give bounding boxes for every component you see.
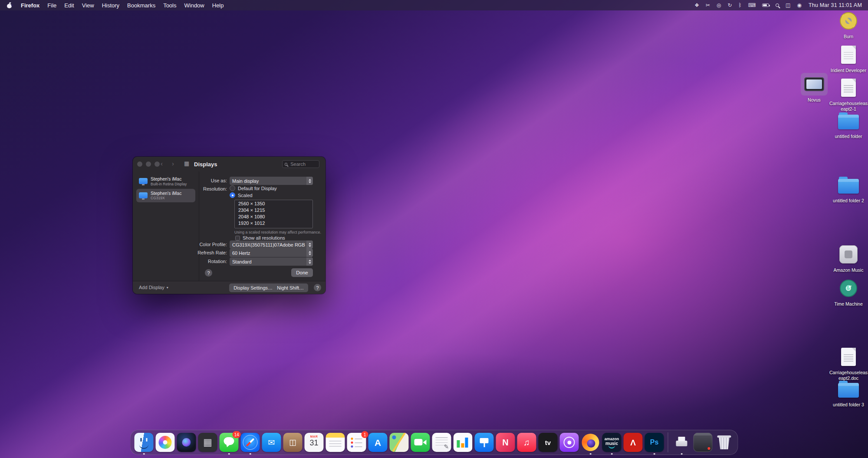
dock-keynote[interactable]	[475, 433, 494, 452]
help-button[interactable]: ?	[205, 269, 212, 277]
dock-textedit[interactable]	[432, 433, 451, 452]
scissors-icon[interactable]: ✂	[706, 3, 710, 8]
zoom-button[interactable]	[155, 161, 160, 167]
menubar-clock[interactable]: Thu Mar 31 11:01 AM	[809, 2, 862, 8]
desktop-icon-untitled-folder-3[interactable]: untitled folder 3	[829, 378, 868, 408]
search-icon	[285, 163, 287, 166]
dock-messages[interactable]: 14	[220, 433, 239, 452]
dock-finder[interactable]	[135, 433, 154, 452]
menu-history[interactable]: History	[98, 2, 123, 9]
desktop-icon-untitled-folder[interactable]: untitled folder	[829, 109, 868, 139]
resolution-option[interactable]: 2304 × 1215	[235, 207, 312, 213]
notes-icon	[326, 433, 345, 452]
control-center-icon[interactable]: ◫	[786, 3, 790, 8]
resolution-option[interactable]: 2048 × 1080	[235, 213, 312, 220]
menu-bookmarks[interactable]: Bookmarks	[123, 2, 159, 9]
resolution-list[interactable]: 2560 × 13502304 × 12152048 × 10801920 × …	[234, 200, 313, 228]
use-as-popup[interactable]: Main display	[230, 177, 313, 185]
dock-facetime[interactable]	[411, 433, 430, 452]
show-all-grid-icon[interactable]: ▦	[184, 161, 189, 166]
running-indicator	[228, 453, 230, 455]
battery-icon[interactable]	[762, 3, 769, 7]
desktop-icon-iridient-developer[interactable]: Iridient Developer	[829, 43, 868, 73]
bluetooth-icon[interactable]: ᛒ	[739, 3, 742, 8]
close-button[interactable]	[137, 161, 142, 167]
dock-apple-tv[interactable]: tv	[539, 433, 558, 452]
dock-firefox[interactable]	[581, 433, 600, 452]
dock-maps[interactable]	[390, 433, 409, 452]
dock-reminders[interactable]: 1	[347, 433, 366, 452]
radio-default-for-display[interactable]: Default for Display	[230, 185, 277, 191]
amazon-music-label: music	[605, 441, 618, 446]
add-display-popup[interactable]: Add Display ▾	[139, 285, 168, 290]
photos-icon	[156, 433, 175, 452]
done-button[interactable]: Done	[291, 268, 313, 277]
desktop-icon-carriagehouseleaseapt2-doc[interactable]: Carriagehouseleaseapt2.doc	[829, 346, 868, 381]
resolution-option[interactable]: 1920 × 1012	[235, 220, 312, 226]
night-shift-button[interactable]: Night Shift…	[273, 283, 308, 292]
dock-minimized-window[interactable]	[694, 433, 713, 452]
menu-bar: Firefox FileEditViewHistoryBookmarksTool…	[0, 0, 868, 10]
dock-launchpad[interactable]: ▦	[198, 433, 217, 452]
display-settings-button[interactable]: Display Settings…	[229, 283, 277, 292]
dock-numbers[interactable]	[454, 433, 473, 452]
dock-photos[interactable]	[156, 433, 175, 452]
active-app-menu[interactable]: Firefox	[17, 2, 43, 9]
dropbox-icon[interactable]: ❖	[694, 3, 699, 8]
desktop-icon-burn[interactable]: Burn	[829, 10, 868, 40]
dock-acrobat[interactable]: Λ	[624, 433, 643, 452]
desktop-icon-label: untitled folder	[835, 134, 862, 139]
music-icon: ♫	[517, 433, 536, 452]
minimize-button[interactable]	[146, 161, 151, 167]
podcasts-icon	[560, 433, 579, 452]
siri-icon[interactable]: ◉	[797, 3, 801, 8]
dock-podcasts[interactable]	[560, 433, 579, 452]
dock-notes[interactable]	[326, 433, 345, 452]
dock-siri[interactable]	[177, 433, 196, 452]
dock-music[interactable]: ♫	[517, 433, 536, 452]
creative-cloud-icon[interactable]: ◎	[717, 3, 721, 8]
menu-help[interactable]: Help	[208, 2, 228, 9]
desktop-icon-carriagehouseleaseapt2-1[interactable]: Carriagehouseleaseapt2-1	[829, 76, 868, 112]
forward-button[interactable]: ›	[172, 160, 174, 167]
rotation-popup[interactable]: Standard	[230, 257, 313, 266]
calendar-month-label: MAR	[305, 435, 324, 438]
menu-window[interactable]: Window	[181, 2, 208, 9]
dock-news[interactable]: N	[496, 433, 515, 452]
window-help-button[interactable]: ?	[314, 284, 321, 291]
search-field[interactable]	[282, 160, 319, 168]
dock-photoshop[interactable]: Ps	[645, 433, 664, 452]
refresh-rate-popup[interactable]: 60 Hertz	[230, 249, 313, 257]
checkbox-icon	[235, 236, 240, 241]
dock-printer[interactable]	[672, 433, 691, 452]
dock-calendar[interactable]: MAR31	[305, 433, 324, 452]
dock-safari[interactable]	[241, 433, 260, 452]
menu-tools[interactable]: Tools	[159, 2, 180, 9]
apple-menu-icon[interactable]	[7, 2, 13, 9]
sync-icon[interactable]: ↻	[728, 3, 732, 8]
dock-trash[interactable]	[715, 433, 734, 452]
color-profile-popup[interactable]: CG319X(35075111)07Adobe RGB	[230, 241, 313, 249]
titlebar[interactable]: ‹ › ▦ Displays	[133, 157, 326, 171]
dock-amazon-music[interactable]: amazonmusic	[602, 433, 621, 452]
novus-icon	[804, 77, 824, 91]
search-input[interactable]	[289, 161, 317, 167]
menu-edit[interactable]: Edit	[60, 2, 78, 9]
desktop-icon-time-machine[interactable]: Time Machine	[829, 277, 868, 307]
desktop-icon-novus[interactable]: Novus	[795, 73, 834, 103]
app-store-icon: A	[368, 433, 388, 452]
resolution-option[interactable]: 2560 × 1350	[235, 200, 312, 207]
dock-photo-booth[interactable]: ◫	[283, 433, 302, 452]
dock-app-store[interactable]: A	[368, 433, 388, 452]
radio-scaled[interactable]: Scaled	[230, 192, 253, 198]
show-all-resolutions-checkbox[interactable]: Show all resolutions	[235, 235, 285, 241]
running-indicator	[590, 453, 592, 455]
back-button[interactable]: ‹	[161, 160, 163, 167]
menu-file[interactable]: File	[43, 2, 60, 9]
desktop-icon-amazon-music[interactable]: Amazon Music	[829, 243, 868, 273]
dock-mail[interactable]: ✉	[262, 433, 281, 452]
keyboard-icon[interactable]: ⌨	[748, 3, 756, 8]
menu-view[interactable]: View	[78, 2, 98, 9]
spotlight-icon[interactable]	[776, 3, 779, 7]
desktop-icon-untitled-folder-2[interactable]: untitled folder 2	[829, 174, 868, 204]
